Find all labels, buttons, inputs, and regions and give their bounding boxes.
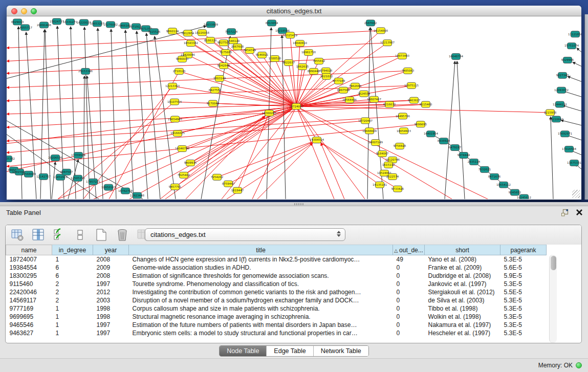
table-cell[interactable]: Investigating the contribution of common…: [129, 288, 393, 296]
table-cell[interactable]: 14569117: [6, 296, 52, 304]
graph-node[interactable]: 2867608: [231, 44, 244, 50]
graph-node[interactable]: 9146821: [256, 52, 268, 58]
network-view-window[interactable]: citations_edges.txt 88290131405571720691…: [7, 6, 581, 200]
graph-node[interactable]: 10653287: [90, 20, 104, 27]
graph-node[interactable]: 10705382: [7, 156, 15, 162]
table-cell[interactable]: 1: [52, 313, 93, 321]
graph-node[interactable]: 9242848: [217, 62, 230, 69]
graph-node[interactable]: 18640910: [293, 40, 307, 47]
graph-node[interactable]: 12213363: [165, 83, 180, 89]
graph-node[interactable]: 9115460: [420, 101, 432, 107]
graph-node[interactable]: 7632621: [478, 166, 491, 172]
table-cell[interactable]: 1997: [93, 329, 129, 337]
graph-node[interactable]: 9822037: [282, 60, 295, 66]
graph-node[interactable]: 14135141: [373, 182, 387, 188]
table-cell[interactable]: 1: [52, 329, 93, 337]
graph-node[interactable]: 1862615: [296, 63, 309, 70]
table-cell[interactable]: 2012: [93, 288, 129, 296]
table-cell[interactable]: 6: [52, 264, 93, 272]
table-cell[interactable]: Structural magnetic resonance image aver…: [129, 313, 393, 321]
clear-row-selection-icon[interactable]: [73, 227, 88, 243]
table-row[interactable]: 946554611997Estimation of the future num…: [6, 321, 547, 329]
graph-node[interactable]: 3624554: [358, 91, 371, 97]
table-cell[interactable]: 0: [393, 264, 425, 272]
graph-node[interactable]: 1615112: [382, 162, 395, 168]
table-cell[interactable]: 2: [52, 280, 93, 288]
graph-node[interactable]: 16154808: [374, 28, 388, 34]
graph-node[interactable]: 15824737: [50, 18, 64, 25]
table-cell[interactable]: Changes of HCN gene expression and I(f) …: [129, 255, 393, 264]
graph-node[interactable]: 18331271: [63, 19, 77, 25]
graph-node[interactable]: 1546120: [227, 38, 240, 44]
graph-node[interactable]: 7615526: [148, 29, 161, 35]
graph-node[interactable]: 16648784: [449, 54, 463, 60]
graph-node[interactable]: 7625402: [178, 172, 190, 178]
graph-node[interactable]: 14055717: [18, 25, 32, 31]
graph-node[interactable]: 2935114: [468, 159, 481, 165]
table-cell[interactable]: 5.3E-5: [500, 296, 547, 304]
table-cell[interactable]: 1997: [93, 280, 129, 288]
graph-node[interactable]: 12975115: [404, 82, 419, 89]
graph-node[interactable]: 12142757: [36, 173, 51, 180]
table-cell[interactable]: Nakamura et al. (1997): [425, 321, 500, 329]
table-cell[interactable]: Tibbo et al. (1998): [425, 304, 500, 313]
graph-node[interactable]: 18495786: [396, 113, 410, 119]
graph-node[interactable]: 17016504: [562, 146, 576, 152]
graph-node[interactable]: 9245652: [509, 189, 521, 195]
column-header-pagerank[interactable]: pagerank: [500, 245, 547, 255]
table-vertical-scrollbar[interactable]: [549, 255, 557, 343]
graph-node[interactable]: 9097587: [60, 169, 73, 175]
graph-node[interactable]: 9457791: [169, 184, 181, 190]
graph-node[interactable]: 8454749: [244, 48, 256, 54]
graph-node[interactable]: 7485063: [402, 68, 415, 74]
table-cell[interactable]: Wolkin et al. (1998): [425, 313, 500, 321]
graph-node[interactable]: 29153346: [78, 68, 93, 74]
table-cell[interactable]: Estimation of the future numbers of pati…: [129, 321, 393, 329]
table-cell[interactable]: Stergiakouli et al. (2012): [425, 288, 500, 296]
graph-node[interactable]: 8829013: [11, 19, 24, 25]
graph-node[interactable]: 1215958: [544, 110, 557, 116]
table-cell[interactable]: 0: [393, 313, 425, 321]
table-cell[interactable]: Genome-wide association studies in ADHD.: [129, 264, 393, 272]
table-cell[interactable]: 1: [52, 255, 93, 264]
column-header-year[interactable]: year: [93, 245, 129, 255]
table-cell[interactable]: 0: [393, 321, 425, 329]
graph-node[interactable]: 8938924: [438, 138, 450, 144]
graph-node[interactable]: 8813054: [266, 20, 278, 26]
table-cell[interactable]: Jankovic et al. (1997): [425, 280, 500, 288]
graph-node[interactable]: 9409935: [184, 160, 197, 166]
table-cell[interactable]: 5.3E-5: [500, 280, 547, 288]
table-cell[interactable]: 18300295: [6, 272, 52, 280]
delete-table-icon[interactable]: [115, 227, 130, 243]
table-cell[interactable]: 2008: [93, 255, 129, 264]
table-cell[interactable]: 2003: [93, 296, 129, 304]
graph-node[interactable]: 9474444: [458, 152, 470, 159]
column-header-short[interactable]: short: [425, 245, 500, 255]
graph-node[interactable]: 1588520: [269, 56, 281, 62]
table-cell[interactable]: 49: [393, 255, 425, 264]
table-cell[interactable]: Tourette syndrome. Phenomenology and cla…: [129, 280, 393, 288]
graph-node[interactable]: 7955812: [313, 58, 325, 64]
table-row[interactable]: 2242004622012Investigating the contribut…: [6, 288, 547, 296]
graph-node[interactable]: 17957225: [86, 179, 100, 185]
table-cell[interactable]: 5.5E-5: [500, 288, 547, 296]
table-cell[interactable]: 0: [393, 296, 425, 304]
table-cell[interactable]: 0: [393, 272, 425, 280]
graph-node[interactable]: 16046798: [175, 146, 189, 152]
graph-node[interactable]: 16782759: [118, 188, 133, 194]
graph-node[interactable]: 6479197: [449, 145, 462, 151]
graph-node[interactable]: 1621022: [320, 73, 333, 79]
table-row[interactable]: 977716911998Corpus callosum shape and si…: [6, 304, 547, 313]
graph-node[interactable]: 16961758: [301, 50, 316, 56]
graph-node[interactable]: 15276002: [103, 21, 118, 28]
table-cell[interactable]: Hescheler et al. (1997): [425, 329, 500, 337]
graph-node[interactable]: 12213987: [380, 40, 395, 46]
graph-node[interactable]: 8990448: [308, 68, 320, 74]
table-cell[interactable]: 9463627: [6, 329, 52, 337]
scrollbar-thumb[interactable]: [551, 256, 556, 270]
table-cell[interactable]: 2: [52, 288, 93, 296]
graph-node[interactable]: 10654112: [496, 182, 511, 188]
table-row[interactable]: 969969511998Structural magnetic resonanc…: [6, 313, 547, 321]
table-cell[interactable]: 5.9E-5: [500, 272, 547, 280]
table-cell[interactable]: 5.3E-5: [500, 255, 547, 264]
